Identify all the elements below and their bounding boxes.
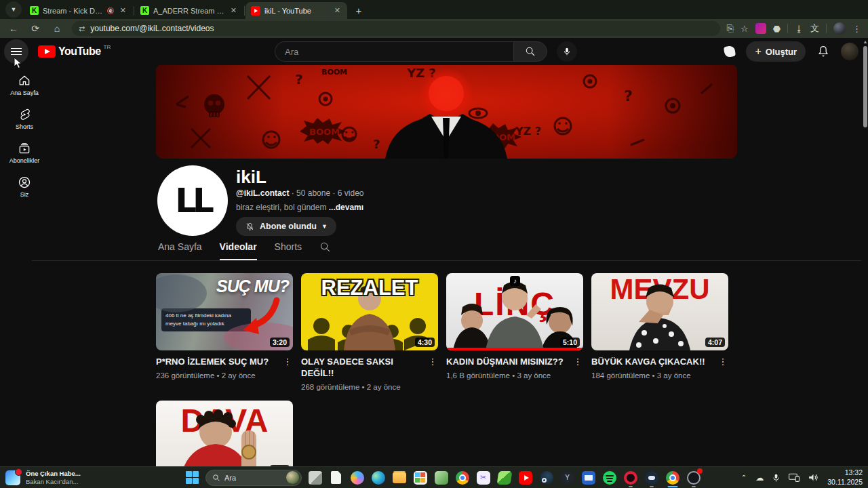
channel-avatar[interactable]: LL xyxy=(157,165,228,236)
voice-search-button[interactable] xyxy=(557,41,577,62)
cast-device-icon[interactable] xyxy=(789,473,800,482)
duration-badge: 3:20 xyxy=(270,338,290,347)
youtube-favicon xyxy=(251,6,260,16)
scrollbar-thumb[interactable] xyxy=(863,46,867,127)
tab-videos[interactable]: Videolar xyxy=(220,241,257,260)
new-tab-button[interactable]: + xyxy=(351,3,366,18)
search-input[interactable] xyxy=(275,41,513,62)
extension-overlay-icon[interactable] xyxy=(724,45,736,58)
video-title[interactable]: BÜYÜK KAVGA ÇIKACAK!! xyxy=(591,357,717,368)
search-highlight-image[interactable] xyxy=(286,471,299,484)
notifications-bell-icon[interactable] xyxy=(816,45,830,58)
chat-extension-icon[interactable] xyxy=(755,23,766,34)
search-button[interactable] xyxy=(513,41,547,62)
translate-icon[interactable]: 文 xyxy=(810,22,819,35)
tab-close-icon[interactable]: ✕ xyxy=(333,6,342,15)
back-button[interactable]: ← xyxy=(5,20,22,37)
chrome-icon[interactable] xyxy=(454,470,470,485)
browser-tab-aderr-stream[interactable]: K A_ADERR Stream - Watch Live ✕ xyxy=(135,2,243,19)
refresh-button[interactable]: ⟳ xyxy=(27,20,43,37)
guide-item-shorts[interactable]: Shorts xyxy=(0,102,49,136)
edge-icon[interactable] xyxy=(370,470,386,485)
video-thumbnail[interactable]: DAVA 3:06 xyxy=(156,401,293,466)
discord-icon[interactable] xyxy=(644,470,659,485)
description-more-link[interactable]: ...devamı xyxy=(329,203,363,212)
browser-menu-icon[interactable]: ⋮ xyxy=(852,24,861,34)
guide-item-subscriptions[interactable]: Abonelikler xyxy=(0,136,49,169)
guide-item-you[interactable]: Siz xyxy=(0,169,49,203)
blue-monitor-app-icon[interactable] xyxy=(580,470,596,485)
account-avatar[interactable] xyxy=(841,43,859,60)
video-card[interactable]: REZALET 4:30 OLAY SADECE SAKSI DEĞİL!! ⋮… xyxy=(301,273,438,391)
onedrive-cloud-icon[interactable]: ☁ xyxy=(755,473,764,483)
browser-profile-avatar[interactable] xyxy=(833,22,846,35)
home-button[interactable]: ⌂ xyxy=(49,20,65,37)
task-view-icon[interactable] xyxy=(307,470,323,485)
video-card[interactable]: MEVZU 4:07 BÜYÜK KAVGA ÇIKACAK!! ⋮ 184 g… xyxy=(591,273,728,391)
video-menu-icon[interactable]: ⋮ xyxy=(427,357,438,380)
address-bar[interactable]: ⇄ youtube.com/@ikiL.contact/videos xyxy=(72,21,720,36)
create-button[interactable]: + Oluştur xyxy=(746,41,806,62)
tab-shorts[interactable]: Shorts xyxy=(275,241,302,260)
scrollbar-up-arrow[interactable]: ▲ xyxy=(863,39,868,44)
dark-game-app-icon[interactable]: Y xyxy=(559,470,575,485)
tray-microphone-icon[interactable] xyxy=(772,473,780,483)
video-thumbnail[interactable]: LİNÇ ♪ 5:10 xyxy=(446,273,583,350)
volume-icon[interactable] xyxy=(808,473,818,482)
youtube-app-icon[interactable] xyxy=(517,470,533,485)
video-menu-icon[interactable]: ⋮ xyxy=(572,357,583,368)
guide-item-home[interactable]: Ana Sayfa xyxy=(0,68,49,102)
video-thumbnail[interactable]: SUÇ MU? 406 tl ne aş filmdeki kadına mey… xyxy=(156,273,293,350)
video-title[interactable]: P*RNO İZLEMEK SUÇ MU? xyxy=(156,357,282,368)
widgets-button[interactable]: Öne Çıkan Habe... Bakan Kacır'dan... xyxy=(5,470,81,486)
clipchamp-icon[interactable]: ✂ xyxy=(475,470,491,485)
chrome-active-icon[interactable] xyxy=(665,470,680,485)
video-thumbnail[interactable]: MEVZU 4:07 xyxy=(591,273,728,350)
document-app-icon[interactable] xyxy=(328,470,344,485)
video-card[interactable]: DAVA 3:06 xyxy=(156,401,293,466)
subscribed-button[interactable]: Abone olundu ▼ xyxy=(236,217,336,236)
send-to-device-icon[interactable]: ⎘ xyxy=(727,23,734,34)
channel-search-icon[interactable] xyxy=(319,241,331,253)
video-title[interactable]: OLAY SADECE SAKSI DEĞİL!! xyxy=(301,357,427,380)
video-meta: 236 görüntüleme • 2 ay önce xyxy=(156,371,293,380)
extensions-puzzle-icon[interactable]: ⬣ xyxy=(773,24,781,34)
downloads-icon[interactable]: ⭳ xyxy=(795,24,804,34)
video-menu-icon[interactable]: ⋮ xyxy=(717,357,728,368)
youtube-logo[interactable]: YouTube TR xyxy=(38,45,111,58)
spotify-icon[interactable] xyxy=(601,470,617,485)
browser-tab-youtube[interactable]: ikiL - YouTube ✕ xyxy=(245,2,347,19)
video-card[interactable]: LİNÇ ♪ 5:10 xyxy=(446,273,583,391)
site-settings-icon[interactable]: ⇄ xyxy=(79,24,85,33)
taskbar-search[interactable]: Ara xyxy=(205,470,302,486)
opera-gx-icon[interactable] xyxy=(623,470,638,485)
video-thumbnail[interactable]: REZALET 4:30 xyxy=(301,273,438,350)
microsoft-store-icon[interactable] xyxy=(412,470,428,485)
description-text: biraz eleştiri, bol gündem xyxy=(236,203,329,212)
tray-chevron-icon[interactable]: ⌃ xyxy=(741,474,747,481)
video-menu-icon[interactable]: ⋮ xyxy=(282,357,293,368)
youtube-header: YouTube TR + Oluştur xyxy=(0,38,868,65)
bookmark-star-icon[interactable]: ☆ xyxy=(741,24,749,34)
start-button[interactable] xyxy=(184,470,200,485)
taskbar-clock[interactable]: 13:32 30.11.2025 xyxy=(827,468,863,486)
page-scrollbar[interactable]: ▲ xyxy=(863,38,868,466)
tab-home[interactable]: Ana Sayfa xyxy=(158,241,202,260)
url-text: youtube.com/@ikiL.contact/videos xyxy=(90,24,214,33)
file-explorer-icon[interactable] xyxy=(391,470,407,485)
youtube-wordmark: YouTube xyxy=(58,45,101,58)
video-title[interactable]: KADIN DÜŞMANI MISINIZ?? xyxy=(446,357,572,368)
channel-description[interactable]: biraz eleştiri, bol gündem ...devamı xyxy=(236,203,363,212)
green-utility-app-icon[interactable] xyxy=(433,470,449,485)
tab-title: A_ADERR Stream - Watch Live xyxy=(153,7,225,15)
green-cards-app-icon[interactable] xyxy=(496,470,512,485)
tab-close-icon[interactable]: ✕ xyxy=(119,6,127,15)
video-card[interactable]: SUÇ MU? 406 tl ne aş filmdeki kadına mey… xyxy=(156,273,293,391)
steam-icon[interactable] xyxy=(538,470,554,485)
copilot-icon[interactable] xyxy=(349,470,365,485)
obs-icon[interactable] xyxy=(686,470,701,485)
browser-tab-kick-dashboard[interactable]: K Stream - Kick Dashboard 🔇 ✕ xyxy=(24,2,133,19)
tab-close-icon[interactable]: ✕ xyxy=(229,6,238,15)
tab-search-button[interactable]: ▼ xyxy=(5,1,22,18)
video-meta: 268 görüntüleme • 2 ay önce xyxy=(301,383,438,391)
